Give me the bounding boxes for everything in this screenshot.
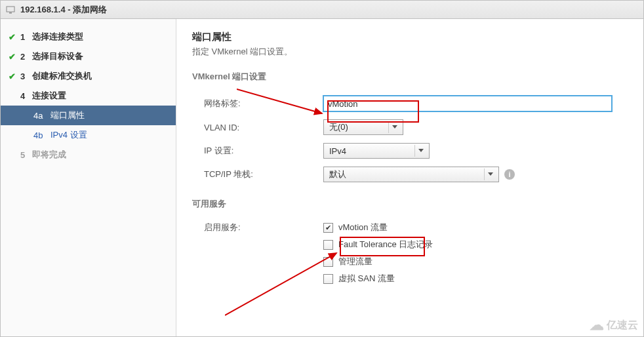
check-icon: ✔ [9, 32, 20, 42]
page-description: 指定 VMkernel 端口设置。 [192, 46, 628, 58]
row-vlan-id: VLAN ID: 无(0) [192, 115, 628, 139]
ip-settings-select[interactable]: IPv4 [323, 143, 430, 159]
window-title: 192.168.1.4 - 添加网络 [20, 4, 107, 16]
page-title: 端口属性 [192, 31, 628, 43]
titlebar: 192.168.1.4 - 添加网络 [1, 1, 643, 19]
info-icon[interactable]: i [504, 169, 515, 180]
tcpip-stack-value: 默认 [329, 168, 346, 180]
vlan-id-value: 无(0) [329, 121, 348, 133]
svg-marker-4 [488, 172, 493, 176]
label-ip-settings: IP 设置: [192, 145, 323, 157]
svg-rect-1 [9, 12, 12, 14]
network-label-input[interactable] [323, 96, 612, 111]
section-vmkernel-settings: VMkernel 端口设置 [192, 71, 628, 83]
label-network-label: 网络标签: [192, 98, 323, 109]
row-network-label: 网络标签: [192, 92, 628, 115]
service-vsan[interactable]: 虚拟 SAN 流量 [323, 270, 433, 287]
checkbox-icon [323, 257, 333, 267]
step-3[interactable]: ✔3 创建标准交换机 [1, 66, 176, 86]
svg-rect-0 [7, 7, 14, 12]
check-icon: ✔ [9, 71, 20, 81]
checkbox-checked-icon [323, 223, 333, 233]
service-management[interactable]: 管理流量 [323, 253, 433, 270]
vlan-id-select[interactable]: 无(0) [323, 119, 403, 135]
host-icon [6, 5, 15, 14]
ip-settings-value: IPv4 [329, 146, 346, 156]
step-4[interactable]: 4 连接设置 [1, 86, 176, 106]
services-list: vMotion 流量 Fault Tolerance 日志记录 管理流量 虚拟 … [323, 219, 433, 287]
step-4a-port-properties[interactable]: 4a端口属性 [1, 106, 176, 125]
checkbox-icon [323, 274, 333, 284]
chevron-down-icon [484, 168, 496, 180]
service-fault-tolerance[interactable]: Fault Tolerance 日志记录 [323, 236, 433, 253]
label-vlan-id: VLAN ID: [192, 123, 323, 132]
tcpip-stack-select[interactable]: 默认 [323, 167, 499, 182]
chevron-down-icon [414, 145, 426, 157]
step-1[interactable]: ✔1 选择连接类型 [1, 27, 176, 47]
step-2[interactable]: ✔2 选择目标设备 [1, 47, 176, 66]
watermark: ☁ 亿速云 [590, 317, 638, 334]
check-icon: ✔ [9, 52, 20, 62]
checkbox-icon [323, 240, 333, 250]
svg-marker-2 [392, 125, 397, 129]
service-vmotion[interactable]: vMotion 流量 [323, 219, 433, 236]
step-5: 5 即将完成 [1, 145, 176, 165]
row-ip-settings: IP 设置: IPv4 [192, 139, 628, 163]
chevron-down-icon [388, 121, 400, 133]
content-pane: 端口属性 指定 VMkernel 端口设置。 VMkernel 端口设置 网络标… [176, 19, 643, 336]
row-enable-services: 启用服务: vMotion 流量 Fault Tolerance 日志记录 管理… [192, 219, 628, 287]
dialog-body: ✔1 选择连接类型 ✔2 选择目标设备 ✔3 创建标准交换机 4 连接设置 4a… [1, 19, 643, 336]
row-tcpip-stack: TCP/IP 堆栈: 默认 i [192, 163, 628, 186]
wizard-steps: ✔1 选择连接类型 ✔2 选择目标设备 ✔3 创建标准交换机 4 连接设置 4a… [1, 19, 176, 336]
svg-marker-3 [418, 149, 424, 152]
step-4b-ipv4-settings[interactable]: 4bIPv4 设置 [1, 125, 176, 145]
label-enable-services: 启用服务: [192, 219, 323, 233]
label-tcpip-stack: TCP/IP 堆栈: [192, 168, 323, 180]
section-available-services: 可用服务 [192, 198, 628, 210]
dialog-window: 192.168.1.4 - 添加网络 ✔1 选择连接类型 ✔2 选择目标设备 ✔… [0, 0, 644, 337]
cloud-icon: ☁ [590, 317, 604, 334]
